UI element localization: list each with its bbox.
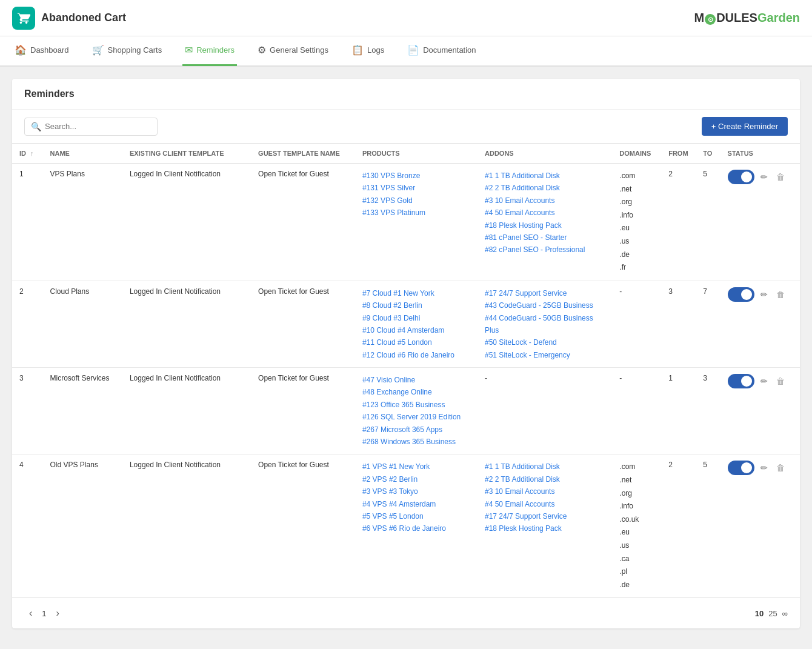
product-link[interactable]: #4 VPS #4 Amsterdam bbox=[362, 498, 470, 510]
edit-button[interactable]: ✏ bbox=[758, 462, 770, 474]
create-reminder-button[interactable]: + Create Reminder bbox=[702, 117, 788, 136]
nav-dashboard[interactable]: 🏠 Dashboard bbox=[12, 36, 72, 66]
edit-button[interactable]: ✏ bbox=[758, 171, 770, 183]
domain-item: .co.uk bbox=[619, 513, 654, 527]
addon-link[interactable]: #18 Plesk Hosting Pack bbox=[485, 522, 605, 534]
product-link[interactable]: #12 Cloud #6 Rio de Janeiro bbox=[362, 349, 470, 361]
delete-button[interactable]: 🗑 bbox=[774, 462, 787, 474]
product-link[interactable]: #9 Cloud #3 Delhi bbox=[362, 312, 470, 324]
addon-link[interactable]: #4 50 Email Accounts bbox=[485, 498, 605, 510]
cell-existing-template: Logged In Client Notification bbox=[122, 368, 251, 454]
status-toggle[interactable] bbox=[728, 461, 754, 475]
delete-button[interactable]: 🗑 bbox=[774, 288, 787, 301]
product-link[interactable]: #11 Cloud #5 London bbox=[362, 336, 470, 348]
addon-link[interactable]: #50 SiteLock - Defend bbox=[485, 336, 605, 348]
cart-icon bbox=[17, 12, 30, 25]
cell-products: #47 Visio Online#48 Exchange Online#123 … bbox=[355, 368, 478, 454]
product-link[interactable]: #123 Office 365 Business bbox=[362, 399, 470, 411]
product-link[interactable]: #10 Cloud #4 Amsterdam bbox=[362, 324, 470, 336]
product-link[interactable]: #126 SQL Server 2019 Edition bbox=[362, 411, 470, 423]
nav-dashboard-label: Dashboard bbox=[30, 45, 69, 55]
product-link[interactable]: #7 Cloud #1 New York bbox=[362, 287, 470, 299]
col-guest: GUEST TEMPLATE NAME bbox=[251, 144, 355, 164]
addon-link[interactable]: #81 cPanel SEO - Starter bbox=[485, 231, 605, 244]
addon-link[interactable]: #2 2 TB Additional Disk bbox=[485, 473, 605, 485]
cell-to: 5 bbox=[696, 164, 720, 281]
nav-general-settings-label: General Settings bbox=[270, 45, 328, 55]
cell-guest-template: Open Ticket for Guest bbox=[251, 368, 355, 454]
cell-to: 3 bbox=[696, 368, 720, 454]
addon-link[interactable]: #3 10 Email Accounts bbox=[485, 195, 605, 207]
product-link[interactable]: #133 VPS Platinum bbox=[362, 207, 470, 219]
email-icon: ✉ bbox=[185, 44, 193, 56]
domain-item: .eu bbox=[619, 222, 654, 235]
prev-page-button[interactable]: ‹ bbox=[24, 605, 37, 621]
cell-guest-template: Open Ticket for Guest bbox=[251, 454, 355, 597]
nav-reminders[interactable]: ✉ Reminders bbox=[182, 36, 237, 66]
status-toggle[interactable] bbox=[728, 287, 754, 302]
cell-products: #1 VPS #1 New York#2 VPS #2 Berlin#3 VPS… bbox=[355, 454, 478, 597]
edit-button[interactable]: ✏ bbox=[758, 288, 770, 301]
cell-domains: - bbox=[612, 368, 661, 454]
addon-link[interactable]: #43 CodeGuard - 25GB Business bbox=[485, 299, 605, 311]
per-page-value: 10 bbox=[755, 609, 764, 618]
product-link[interactable]: #1 VPS #1 New York bbox=[362, 461, 470, 473]
cell-status: ✏🗑 bbox=[720, 281, 800, 367]
nav-logs[interactable]: 📋 Logs bbox=[349, 36, 387, 66]
table-row: 3Microsoft ServicesLogged In Client Noti… bbox=[12, 368, 800, 454]
product-link[interactable]: #267 Microsoft 365 Apps bbox=[362, 424, 470, 436]
product-link[interactable]: #6 VPS #6 Rio de Janeiro bbox=[362, 522, 470, 534]
product-link[interactable]: #5 VPS #5 London bbox=[362, 510, 470, 522]
col-id[interactable]: ID ↑ bbox=[12, 144, 43, 164]
nav-documentation-label: Documentation bbox=[423, 45, 476, 55]
product-link[interactable]: #8 Cloud #2 Berlin bbox=[362, 299, 470, 311]
addon-link[interactable]: #17 24/7 Support Service bbox=[485, 287, 605, 299]
addon-link[interactable]: #4 50 Email Accounts bbox=[485, 207, 605, 219]
search-input[interactable] bbox=[45, 122, 151, 131]
product-link[interactable]: #130 VPS Bronze bbox=[362, 170, 470, 182]
addon-link[interactable]: #2 2 TB Additional Disk bbox=[485, 182, 605, 194]
product-link[interactable]: #3 VPS #3 Tokyo bbox=[362, 485, 470, 498]
delete-button[interactable]: 🗑 bbox=[774, 375, 787, 387]
cell-addons: #17 24/7 Support Service#43 CodeGuard - … bbox=[478, 281, 612, 367]
product-link[interactable]: #2 VPS #2 Berlin bbox=[362, 473, 470, 485]
cell-to: 5 bbox=[696, 454, 720, 597]
search-icon: 🔍 bbox=[31, 122, 41, 131]
product-link[interactable]: #268 Windows 365 Business bbox=[362, 436, 470, 448]
col-addons: ADDONS bbox=[478, 144, 612, 164]
navigation: 🏠 Dashboard 🛒 Shopping Carts ✉ Reminders… bbox=[0, 36, 812, 67]
app-title: Abandoned Cart bbox=[41, 12, 126, 24]
domain-item: .info bbox=[619, 500, 654, 513]
product-link[interactable]: #48 Exchange Online bbox=[362, 386, 470, 398]
product-link[interactable]: #131 VPS Silver bbox=[362, 182, 470, 194]
current-page: 1 bbox=[42, 609, 46, 618]
next-page-button[interactable]: › bbox=[52, 605, 64, 621]
product-link[interactable]: #132 VPS Gold bbox=[362, 195, 470, 207]
cart-nav-icon: 🛒 bbox=[92, 44, 104, 56]
edit-button[interactable]: ✏ bbox=[758, 375, 770, 387]
search-box[interactable]: 🔍 bbox=[24, 118, 158, 136]
domain-item: .com bbox=[619, 170, 654, 183]
addon-link[interactable]: #18 Plesk Hosting Pack bbox=[485, 219, 605, 231]
addon-link[interactable]: #82 cPanel SEO - Professional bbox=[485, 244, 605, 256]
table-row: 1VPS PlansLogged In Client NotificationO… bbox=[12, 164, 800, 281]
nav-shopping-carts[interactable]: 🛒 Shopping Carts bbox=[90, 36, 165, 66]
addon-link[interactable]: #44 CodeGuard - 50GB Business Plus bbox=[485, 312, 605, 337]
status-toggle[interactable] bbox=[728, 170, 754, 184]
addon-link[interactable]: #1 1 TB Additional Disk bbox=[485, 461, 605, 473]
brand-garden: Garden bbox=[757, 11, 800, 24]
addon-link[interactable]: #1 1 TB Additional Disk bbox=[485, 170, 605, 182]
status-toggle[interactable] bbox=[728, 374, 754, 388]
cell-id: 3 bbox=[12, 368, 43, 454]
main-content: Reminders 🔍 + Create Reminder ID ↑ NAME … bbox=[0, 67, 812, 649]
addon-link[interactable]: #51 SiteLock - Emergency bbox=[485, 349, 605, 361]
product-link[interactable]: #47 Visio Online bbox=[362, 374, 470, 386]
nav-documentation[interactable]: 📄 Documentation bbox=[405, 36, 478, 66]
doc-icon: 📄 bbox=[407, 44, 419, 56]
nav-general-settings[interactable]: ⚙ General Settings bbox=[255, 36, 331, 66]
home-icon: 🏠 bbox=[15, 44, 27, 56]
addon-link[interactable]: #17 24/7 Support Service bbox=[485, 510, 605, 522]
addon-link[interactable]: #3 10 Email Accounts bbox=[485, 485, 605, 498]
reminders-table: ID ↑ NAME EXISTING CLIENT TEMPLATE GUEST… bbox=[12, 143, 800, 597]
delete-button[interactable]: 🗑 bbox=[774, 171, 787, 183]
